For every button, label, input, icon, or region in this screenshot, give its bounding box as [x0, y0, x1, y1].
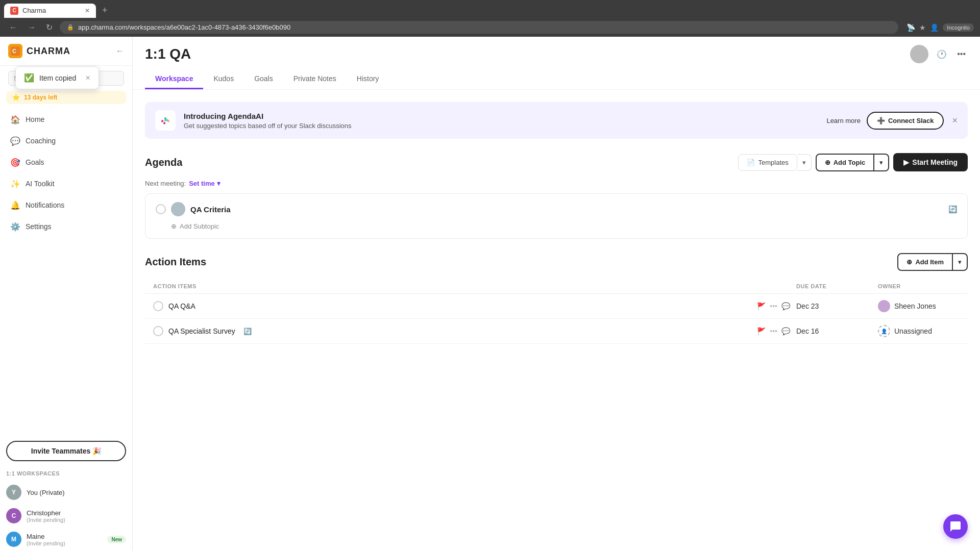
unassigned-icon: 👤: [878, 325, 890, 337]
action-check-qa-qa[interactable]: [153, 301, 163, 311]
add-item-chevron-button[interactable]: ▾: [953, 253, 968, 271]
templates-chevron-button[interactable]: ▾: [797, 154, 812, 171]
new-tab-button[interactable]: +: [98, 3, 112, 18]
add-topic-chevron-button[interactable]: ▾: [874, 154, 889, 171]
header-avatar: [910, 45, 928, 63]
sidebar: C CHARMA ← ⭐ 13 days left 🏠 Home 💬 Coach…: [0, 37, 133, 551]
sidebar-item-ai-toolkit-label: AI Toolkit: [26, 180, 55, 188]
col-due-date: DUE DATE: [796, 283, 878, 289]
content-area: Introducing AgendaAI Get suggested topic…: [133, 90, 980, 551]
more-options-button[interactable]: •••: [955, 47, 968, 61]
workspace-maine-name: Maine: [27, 533, 65, 540]
toast-message: Item copied: [39, 74, 76, 82]
forward-button[interactable]: →: [24, 22, 39, 33]
url-bar[interactable]: 🔒 app.charma.com/workspaces/a6e00ac2-1ac…: [60, 21, 898, 34]
sidebar-collapse-button[interactable]: ←: [116, 46, 124, 56]
app-container: C CHARMA ← ⭐ 13 days left 🏠 Home 💬 Coach…: [0, 37, 980, 551]
refresh-button[interactable]: ↻: [43, 21, 56, 33]
start-meeting-icon: ▶: [903, 158, 909, 166]
tab-kudos[interactable]: Kudos: [203, 69, 244, 89]
sidebar-item-ai-toolkit[interactable]: ✨ AI Toolkit: [4, 173, 128, 194]
svg-point-3: [176, 205, 181, 210]
add-item-button-group: ⊕ Add Item ▾: [897, 253, 968, 271]
flag-button-qa-qa[interactable]: 🚩: [757, 302, 766, 310]
flag-button-qa-specialist[interactable]: 🚩: [757, 327, 766, 335]
invite-teammates-button[interactable]: Invite Teammates 🎉: [6, 441, 126, 461]
sidebar-item-settings-label: Settings: [26, 222, 52, 231]
action-items-header: Action Items ⊕ Add Item ▾: [145, 253, 968, 271]
tab-history[interactable]: History: [347, 69, 389, 89]
set-time-chevron-icon: ▾: [217, 180, 220, 187]
templates-button-group: 📄 Templates ▾: [738, 154, 811, 171]
owner-qa-qa: Sheen Jones: [878, 300, 960, 312]
sync-icon-qa-specialist[interactable]: 🔄: [243, 328, 252, 335]
set-time-button[interactable]: Set time ▾: [189, 180, 220, 187]
more-button-qa-qa[interactable]: •••: [770, 302, 777, 310]
avatar-maine: M: [6, 532, 21, 547]
profile-button[interactable]: 👤: [930, 23, 939, 32]
comment-button-qa-specialist[interactable]: 💬: [781, 327, 790, 335]
add-item-button[interactable]: ⊕ Add Item: [897, 253, 953, 271]
action-check-qa-specialist[interactable]: [153, 326, 163, 336]
banner-text: Introducing AgendaAI Get suggested topic…: [184, 112, 818, 130]
goals-icon: 🎯: [10, 157, 20, 167]
learn-more-button[interactable]: Learn more: [826, 117, 860, 124]
connect-slack-button[interactable]: ➕ Connect Slack: [867, 112, 944, 130]
banner-close-button[interactable]: ×: [952, 115, 958, 126]
comment-button-qa-qa[interactable]: 💬: [781, 302, 790, 310]
sidebar-item-settings[interactable]: ⚙️ Settings: [4, 216, 128, 237]
settings-icon: ⚙️: [10, 221, 20, 232]
add-topic-button[interactable]: ⊕ Add Topic: [816, 154, 875, 171]
add-item-label: Add Item: [915, 258, 944, 266]
toast-close-button[interactable]: ×: [85, 73, 90, 83]
back-button[interactable]: ←: [6, 22, 20, 33]
action-items-section: Action Items ⊕ Add Item ▾ ACTION ITEMS D…: [145, 253, 968, 344]
browser-tab[interactable]: C Charma ✕: [4, 4, 96, 18]
sidebar-item-notifications[interactable]: 🔔 Notifications: [4, 195, 128, 215]
cast-button[interactable]: 📡: [906, 23, 915, 32]
add-topic-button-group: ⊕ Add Topic ▾: [816, 154, 890, 171]
logo-text: CHARMA: [27, 46, 70, 57]
owner-name-qa-specialist: Unassigned: [894, 327, 932, 335]
templates-button[interactable]: 📄 Templates: [738, 154, 797, 171]
workspace-item-christopher[interactable]: C Christopher (Invite pending): [0, 504, 132, 528]
url-text: app.charma.com/workspaces/a6e00ac2-1ac0-…: [78, 23, 290, 31]
add-item-plus-icon: ⊕: [906, 258, 912, 266]
workspace-item-private[interactable]: Y You (Private): [0, 481, 132, 504]
tab-close-button[interactable]: ✕: [85, 7, 90, 14]
sidebar-item-goals[interactable]: 🎯 Goals: [4, 152, 128, 172]
history-icon-button[interactable]: 🕐: [935, 47, 949, 61]
agenda-item-header: QA Criteria 🔄: [156, 202, 957, 216]
sidebar-item-home[interactable]: 🏠 Home: [4, 109, 128, 130]
avatar-private: Y: [6, 485, 21, 500]
workspace-item-maine[interactable]: M Maine (Invite pending) New: [0, 528, 132, 551]
trial-label: 13 days left: [24, 94, 57, 101]
sidebar-item-coaching[interactable]: 💬 Coaching: [4, 131, 128, 151]
tabs-row: Workspace Kudos Goals Private Notes Hist…: [145, 69, 968, 89]
start-meeting-button[interactable]: ▶ Start Meeting: [893, 153, 968, 171]
logo-icon: C: [8, 44, 22, 58]
tab-workspace[interactable]: Workspace: [145, 69, 203, 89]
sync-icon[interactable]: 🔄: [948, 205, 957, 213]
header-actions: 🕐 •••: [910, 45, 968, 63]
action-title-qa-specialist: QA Specialist Survey: [168, 327, 235, 335]
sidebar-header: C CHARMA ←: [0, 37, 132, 66]
tab-title: Charma: [22, 7, 46, 14]
agenda-item-check[interactable]: [156, 204, 166, 214]
action-name-qa-qa: QA Q&A 🚩 ••• 💬: [153, 301, 796, 311]
next-meeting-row: Next meeting: Set time ▾: [145, 180, 968, 187]
bookmark-button[interactable]: ★: [919, 23, 926, 32]
chat-bubble-button[interactable]: [943, 514, 968, 539]
action-items-title: Action Items: [145, 256, 206, 268]
main-header: 1:1 QA 🕐 ••• Workspace Kudos Goals Priva…: [133, 37, 980, 90]
agenda-section: Agenda 📄 Templates ▾ ⊕ Add: [145, 153, 968, 239]
sidebar-item-home-label: Home: [26, 115, 44, 123]
col-owner: OWNER: [878, 283, 960, 289]
tab-goals[interactable]: Goals: [244, 69, 283, 89]
workspace-christopher-sub: (Invite pending): [27, 517, 65, 523]
add-subtopic-button[interactable]: ⊕ Add Subtopic: [171, 222, 957, 230]
agenda-item-avatar: [171, 202, 185, 216]
toast-success-icon: ✅: [24, 73, 34, 83]
more-button-qa-specialist[interactable]: •••: [770, 327, 777, 335]
tab-private-notes[interactable]: Private Notes: [283, 69, 347, 89]
